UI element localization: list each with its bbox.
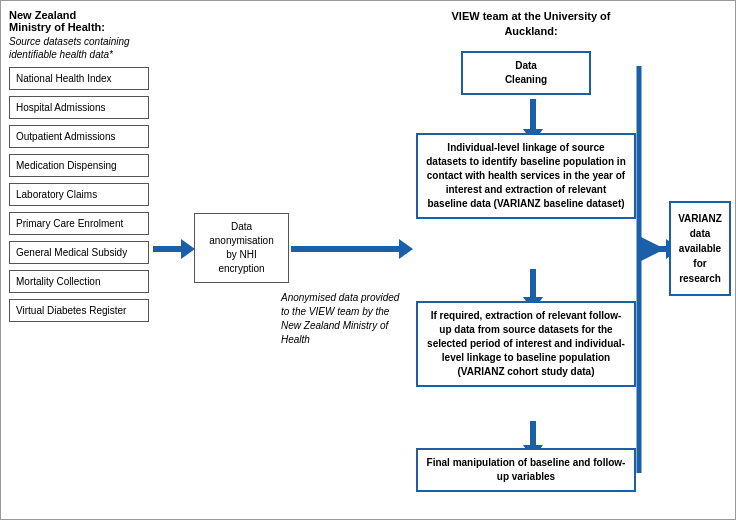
dataset-primary-care: Primary Care Enrolment	[9, 212, 149, 235]
left-subtitle: Source datasets containing identifiable …	[9, 35, 149, 61]
diagram: New Zealand Ministry of Health: Source d…	[0, 0, 736, 520]
data-anon-box: Data anonymisation by NHI encryption	[194, 213, 289, 283]
nz-title: New Zealand Ministry of Health:	[9, 9, 149, 33]
dataset-mortality: Mortality Collection	[9, 270, 149, 293]
dataset-outpatient-admissions: Outpatient Admissions	[9, 125, 149, 148]
dataset-laboratory-claims: Laboratory Claims	[9, 183, 149, 206]
data-cleaning-box: DataCleaning	[461, 51, 591, 95]
arrow-anon-to-flow	[291, 239, 413, 259]
individual-linkage-box: Individual-level linkage of source datas…	[416, 133, 636, 219]
left-panel: New Zealand Ministry of Health: Source d…	[9, 9, 149, 328]
dataset-medication-dispensing: Medication Dispensing	[9, 154, 149, 177]
final-manipulation-box: Final manipulation of baseline and follo…	[416, 448, 636, 492]
right-panel-title: VIEW team at the University of Auckland:	[441, 9, 621, 40]
dataset-hospital-admissions: Hospital Admissions	[9, 96, 149, 119]
dataset-national-health-index: National Health Index	[9, 67, 149, 90]
varianz-box: VARIANZ data available for research	[669, 201, 731, 296]
follow-up-box: If required, extraction of relevant foll…	[416, 301, 636, 387]
dataset-general-medical: General Medical Subsidy	[9, 241, 149, 264]
arrow-datasets-to-anon	[153, 239, 195, 259]
anon-provided-text: Anonymised data provided to the VIEW tea…	[281, 291, 401, 347]
dataset-virtual-diabetes: Virtual Diabetes Register	[9, 299, 149, 322]
